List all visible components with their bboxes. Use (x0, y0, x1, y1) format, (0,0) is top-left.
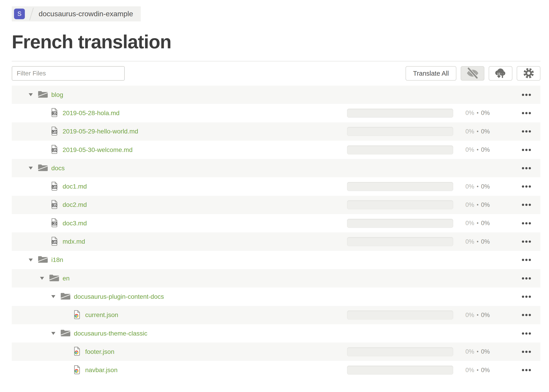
approved-percent: 0% (481, 348, 490, 355)
project-avatar-badge[interactable]: S (14, 9, 25, 19)
row-more-menu-button[interactable] (522, 110, 531, 117)
folder-row-en[interactable]: en (12, 269, 540, 287)
tree-row-meta (347, 257, 540, 263)
node-name-link[interactable]: blog (51, 91, 63, 98)
translated-percent: 0% (465, 128, 474, 135)
row-more-menu-button[interactable] (522, 238, 531, 245)
node-name-link[interactable]: mdx.md (63, 238, 85, 245)
collapse-caret-icon[interactable] (29, 93, 33, 96)
row-more-menu-button[interactable] (522, 91, 531, 98)
folder-row-blog[interactable]: blog (12, 86, 540, 104)
translation-progress-bar (347, 237, 453, 246)
node-name-link[interactable]: i18n (51, 256, 63, 264)
tree-row-meta (347, 330, 540, 337)
file-row-mdx.md[interactable]: mdx.md 0% • 0% (12, 232, 540, 251)
row-more-menu-button[interactable] (522, 293, 531, 300)
node-name-link[interactable]: doc3.md (63, 220, 87, 227)
filter-files-input[interactable] (12, 66, 125, 81)
file-row-doc2.md[interactable]: doc2.md 0% • 0% (12, 196, 540, 214)
collapse-caret-icon[interactable] (51, 332, 55, 335)
node-name-link[interactable]: doc1.md (63, 183, 87, 190)
toggle-hidden-files-button[interactable] (461, 66, 484, 81)
row-more-menu-button[interactable] (522, 257, 531, 263)
approved-percent: 0% (481, 146, 490, 153)
translation-progress-bar (347, 109, 453, 118)
percent-separator: • (477, 147, 478, 153)
file-row-footer.json[interactable]: footer.json 0% • 0% (12, 343, 540, 361)
percent-separator: • (477, 312, 478, 318)
translated-percent: 0% (465, 367, 474, 374)
file-row-doc1.md[interactable]: doc1.md 0% • 0% (12, 177, 540, 196)
node-name-link[interactable]: docusaurus-plugin-content-docs (74, 293, 164, 300)
translated-percent: 0% (465, 183, 474, 190)
folder-icon (38, 255, 48, 264)
collapse-caret-icon[interactable] (51, 295, 55, 298)
translate-all-button[interactable]: Translate All (406, 66, 456, 81)
node-name-link[interactable]: current.json (85, 311, 118, 319)
file-row-2019-05-30-welcome.md[interactable]: 2019-05-30-welcome.md 0% • 0% (12, 141, 540, 159)
node-name-link[interactable]: 2019-05-29-hello-world.md (63, 128, 138, 135)
collapse-caret-icon[interactable] (29, 259, 33, 261)
translation-progress-bar (347, 127, 453, 136)
progress-percentages: 0% • 0% (465, 128, 490, 135)
folder-row-docs[interactable]: docs (12, 159, 540, 177)
translation-progress-bar (347, 347, 453, 356)
percent-separator: • (477, 349, 478, 355)
gear-icon (522, 67, 535, 80)
collapse-caret-icon[interactable] (40, 277, 44, 280)
progress-percentages: 0% • 0% (465, 348, 490, 355)
approved-percent: 0% (481, 128, 490, 135)
translated-percent: 0% (465, 201, 474, 208)
node-name-link[interactable]: 2019-05-28-hola.md (63, 110, 120, 117)
file-row-doc3.md[interactable]: doc3.md 0% • 0% (12, 214, 540, 232)
tree-row-main: doc1.md (12, 182, 347, 192)
tree-row-meta: 0% • 0% (347, 310, 540, 320)
translation-progress-bar (347, 145, 453, 154)
node-name-link[interactable]: doc2.md (63, 201, 87, 208)
approved-percent: 0% (481, 183, 490, 190)
file-row-2019-05-28-hola.md[interactable]: 2019-05-28-hola.md 0% • 0% (12, 104, 540, 122)
row-more-menu-button[interactable] (522, 367, 531, 373)
collapse-caret-icon[interactable] (29, 167, 33, 170)
breadcrumb-project-link[interactable]: docusaurus-crowdin-example (39, 10, 133, 18)
tree-row-meta: 0% • 0% (347, 219, 540, 228)
file-row-2019-05-29-hello-world.md[interactable]: 2019-05-29-hello-world.md 0% • 0% (12, 122, 540, 141)
row-more-menu-button[interactable] (522, 220, 531, 227)
node-name-link[interactable]: navbar.json (85, 366, 117, 374)
row-more-menu-button[interactable] (522, 275, 531, 282)
row-more-menu-button[interactable] (522, 330, 531, 337)
folder-row-docusaurus-plugin-content-docs[interactable]: docusaurus-plugin-content-docs (12, 287, 540, 306)
tree-row-meta: 0% • 0% (347, 109, 540, 118)
percent-separator: • (477, 110, 478, 116)
tree-row-main: docusaurus-plugin-content-docs (12, 292, 347, 301)
row-more-menu-button[interactable] (522, 348, 531, 355)
folder-row-docusaurus-theme-classic[interactable]: docusaurus-theme-classic (12, 324, 540, 343)
translation-progress-bar (347, 200, 453, 209)
row-more-menu-button[interactable] (522, 165, 531, 172)
node-name-link[interactable]: docusaurus-theme-classic (74, 330, 147, 337)
markdown-file-icon (51, 200, 58, 210)
node-name-link[interactable]: 2019-05-30-welcome.md (63, 146, 133, 154)
download-upload-button[interactable] (489, 66, 512, 81)
row-more-menu-button[interactable] (522, 147, 531, 153)
node-name-link[interactable]: docs (51, 165, 65, 172)
markdown-file-icon (51, 145, 58, 155)
tree-row-main: docusaurus-theme-classic (12, 329, 347, 338)
percent-separator: • (477, 184, 478, 190)
node-name-link[interactable]: en (63, 275, 70, 282)
folder-row-i18n[interactable]: i18n (12, 251, 540, 269)
percent-separator: • (477, 367, 478, 373)
breadcrumb-slash-divider (29, 7, 34, 20)
tree-row-main: i18n (12, 255, 347, 264)
node-name-link[interactable]: footer.json (85, 348, 114, 355)
file-row-navbar.json[interactable]: navbar.json 0% • 0% (12, 361, 540, 379)
tree-row-main: mdx.md (12, 237, 347, 247)
row-more-menu-button[interactable] (522, 312, 531, 318)
tree-row-main: docs (12, 164, 347, 173)
row-more-menu-button[interactable] (522, 183, 531, 190)
translated-percent: 0% (465, 110, 474, 117)
row-more-menu-button[interactable] (522, 128, 531, 135)
file-row-current.json[interactable]: current.json 0% • 0% (12, 306, 540, 324)
settings-button[interactable] (517, 66, 540, 81)
row-more-menu-button[interactable] (522, 201, 531, 208)
